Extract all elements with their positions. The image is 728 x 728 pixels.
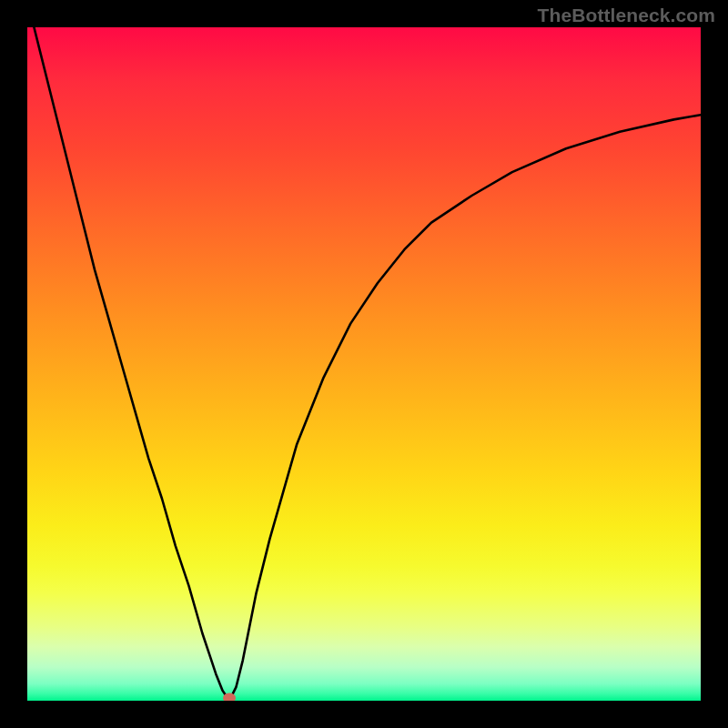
plot-area bbox=[27, 27, 701, 701]
bottleneck-curve bbox=[27, 27, 701, 701]
chart-frame: TheBottleneck.com bbox=[0, 0, 728, 728]
curve-svg bbox=[27, 27, 701, 701]
watermark-text: TheBottleneck.com bbox=[538, 5, 715, 26]
